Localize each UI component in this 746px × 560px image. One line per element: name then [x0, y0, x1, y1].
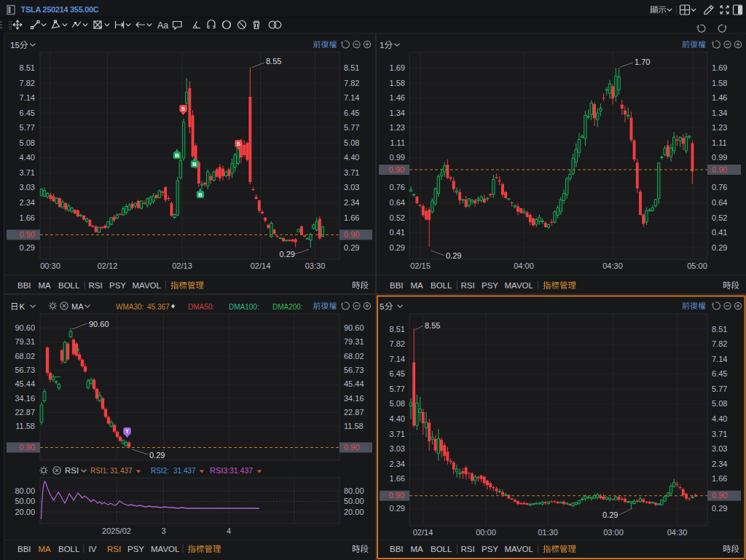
- svg-text:1.23: 1.23: [390, 123, 405, 132]
- svg-text:BOLL: BOLL: [431, 281, 452, 290]
- svg-text:0.99: 0.99: [390, 153, 405, 162]
- svg-text:45.44: 45.44: [15, 379, 35, 388]
- svg-text:03:00: 03:00: [603, 528, 624, 537]
- svg-text:0.90: 0.90: [712, 165, 727, 174]
- svg-text:4.40: 4.40: [712, 414, 727, 423]
- svg-text:BOLL: BOLL: [58, 281, 80, 290]
- svg-text:34.16: 34.16: [344, 394, 364, 403]
- svg-text:1.34: 1.34: [390, 109, 405, 117]
- svg-text:1.46: 1.46: [390, 93, 405, 102]
- svg-text:8.55: 8.55: [266, 57, 281, 66]
- svg-text:DMA50:: DMA50:: [188, 303, 214, 311]
- svg-text:04:30: 04:30: [667, 528, 688, 537]
- svg-text:1.66: 1.66: [712, 474, 727, 483]
- svg-text:PSY: PSY: [482, 281, 498, 290]
- svg-text:7.14: 7.14: [344, 93, 359, 102]
- svg-text:80.00: 80.00: [344, 486, 364, 495]
- svg-text:1.58: 1.58: [712, 79, 727, 87]
- svg-text:0.64: 0.64: [712, 198, 727, 207]
- svg-text:PSY: PSY: [127, 545, 144, 553]
- svg-text:3.71: 3.71: [20, 168, 35, 177]
- svg-text:20.00: 20.00: [15, 508, 35, 516]
- svg-text:7.14: 7.14: [20, 93, 35, 102]
- svg-text:3.03: 3.03: [712, 444, 727, 453]
- svg-text:02/14: 02/14: [251, 261, 271, 270]
- svg-text:90.60: 90.60: [344, 323, 364, 332]
- svg-text:05:00: 05:00: [687, 261, 707, 270]
- svg-text:5.08: 5.08: [390, 399, 405, 408]
- svg-text:0.90: 0.90: [389, 491, 404, 500]
- svg-text:68.02: 68.02: [15, 352, 35, 360]
- svg-text:T: T: [125, 428, 129, 435]
- svg-text:BBI: BBI: [390, 545, 404, 553]
- svg-text:5.08: 5.08: [344, 138, 359, 147]
- svg-text:01:30: 01:30: [538, 528, 558, 537]
- svg-text:MA: MA: [411, 545, 424, 553]
- svg-text:BOLL: BOLL: [58, 545, 80, 553]
- svg-text:4.40: 4.40: [20, 153, 35, 162]
- svg-text:8.55: 8.55: [425, 321, 440, 330]
- svg-text:5.08: 5.08: [20, 138, 35, 147]
- svg-text:RSI: RSI: [65, 466, 79, 475]
- svg-text:MA: MA: [411, 281, 424, 290]
- svg-text:22.87: 22.87: [344, 408, 364, 417]
- svg-text:4.40: 4.40: [390, 414, 405, 423]
- svg-text:BBI: BBI: [390, 281, 404, 290]
- svg-text:7.14: 7.14: [390, 355, 405, 363]
- svg-text:8.51: 8.51: [344, 63, 359, 72]
- svg-text:79.31: 79.31: [15, 337, 35, 346]
- svg-text:50.00: 50.00: [15, 497, 35, 505]
- svg-text:8.51: 8.51: [390, 325, 405, 334]
- svg-text:1.34: 1.34: [712, 109, 727, 117]
- svg-text:00:30: 00:30: [40, 261, 60, 270]
- svg-text:8.51: 8.51: [20, 63, 35, 72]
- svg-text:0.29: 0.29: [446, 251, 461, 260]
- svg-text:RSI: RSI: [89, 281, 103, 290]
- svg-text:0.29: 0.29: [20, 243, 35, 252]
- svg-text:02/12: 02/12: [98, 261, 118, 270]
- svg-text:1.46: 1.46: [712, 93, 727, 102]
- svg-text:0.52: 0.52: [712, 213, 727, 222]
- svg-text:BBI: BBI: [17, 545, 31, 553]
- svg-text:02/13: 02/13: [172, 261, 192, 270]
- svg-text:RSI2:: RSI2:: [151, 467, 169, 475]
- svg-text:11.58: 11.58: [344, 422, 364, 430]
- svg-text:22.87: 22.87: [15, 408, 35, 417]
- svg-text:PSY: PSY: [482, 545, 498, 553]
- svg-text:1.66: 1.66: [390, 474, 405, 483]
- svg-text:56.73: 56.73: [344, 366, 364, 374]
- svg-text:0.29: 0.29: [712, 504, 727, 513]
- svg-text:MAVOL: MAVOL: [505, 281, 534, 290]
- svg-text:6.45: 6.45: [390, 369, 405, 378]
- svg-text:7.82: 7.82: [712, 339, 727, 348]
- svg-text:6.45: 6.45: [344, 109, 359, 117]
- svg-text:0.90: 0.90: [712, 491, 727, 500]
- svg-text:MAVOL: MAVOL: [133, 281, 162, 290]
- svg-text:3.71: 3.71: [344, 168, 359, 177]
- svg-text:11.58: 11.58: [15, 422, 35, 430]
- svg-text:RSI1:: RSI1:: [90, 467, 109, 475]
- svg-text:5.77: 5.77: [712, 384, 727, 393]
- svg-text:04:00: 04:00: [514, 261, 534, 270]
- svg-text:3.03: 3.03: [344, 183, 359, 192]
- svg-text:7.82: 7.82: [20, 79, 35, 87]
- svg-text:80.00: 80.00: [15, 486, 35, 495]
- svg-text:0.29: 0.29: [344, 243, 359, 252]
- svg-text:4.40: 4.40: [344, 153, 359, 162]
- svg-text:0.29: 0.29: [390, 243, 405, 252]
- svg-text:BOLL: BOLL: [431, 545, 452, 553]
- svg-text:31.437: 31.437: [173, 467, 196, 475]
- svg-text:S: S: [181, 106, 186, 112]
- svg-text:1.69: 1.69: [390, 63, 405, 72]
- svg-text:TSLA 250214 355.00C: TSLA 250214 355.00C: [21, 5, 99, 14]
- svg-text:2.34: 2.34: [712, 460, 727, 468]
- svg-text:0.29: 0.29: [149, 451, 165, 460]
- svg-text:0.76: 0.76: [390, 183, 405, 192]
- svg-text:MAVOL: MAVOL: [505, 545, 534, 553]
- svg-text:0.64: 0.64: [390, 198, 405, 207]
- svg-text:6.45: 6.45: [20, 109, 35, 117]
- svg-text:15: 15: [10, 41, 20, 50]
- svg-text:B: B: [198, 192, 203, 198]
- svg-text:DMA100:: DMA100:: [229, 303, 259, 311]
- svg-text:5.77: 5.77: [20, 123, 35, 132]
